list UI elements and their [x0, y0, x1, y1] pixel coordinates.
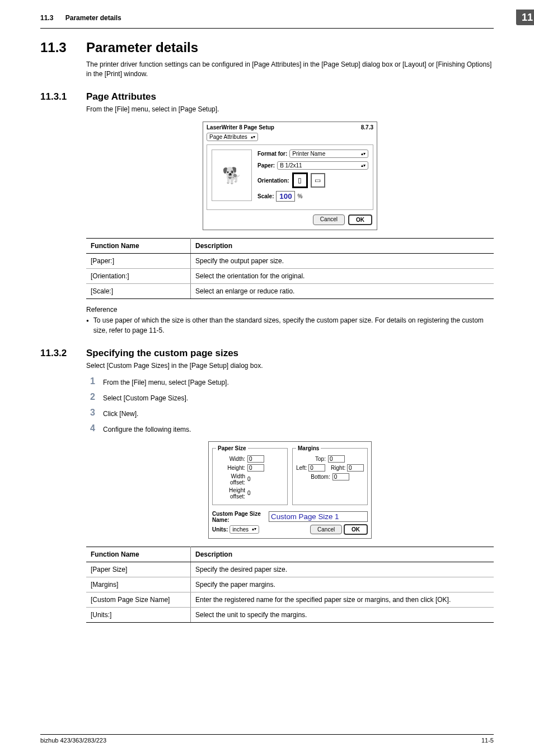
paper-value: B 1/2x11: [280, 162, 358, 169]
page-attributes-dropdown-label: Page Attributes: [209, 134, 247, 140]
format-for-value: Printer Name: [292, 151, 358, 157]
orientation-landscape-button[interactable]: ▭: [311, 173, 325, 188]
page-attributes-table: Function Name Description [Paper:]Specif…: [86, 238, 494, 299]
heightoff-value: 0: [247, 490, 251, 496]
width-label: Width:: [216, 456, 245, 462]
subsection-2-lead: Select [Custom Page Sizes] in the [Page …: [86, 361, 494, 371]
subsection-2-title: Specifying the custom page sizes: [86, 348, 238, 359]
footer-left: bizhub 423/363/283/223: [40, 737, 106, 744]
section-intro: The printer driver function settings can…: [86, 60, 494, 79]
subsection-1-title: Page Attributes: [86, 91, 156, 102]
table-cell: Select the unit to specify the margins.: [191, 607, 494, 622]
page-setup-dialog: LaserWriter 8 Page Setup 8.7.3 Page Attr…: [203, 122, 377, 230]
format-for-label: Format for:: [257, 151, 287, 157]
subsection-2-heading: 11.3.2 Specifying the custom page sizes: [40, 348, 494, 359]
portrait-icon: ▯: [298, 176, 302, 184]
paper-label: Paper:: [257, 162, 275, 169]
subsection-1-lead: From the [File] menu, select in [Page Se…: [86, 105, 494, 114]
right-input[interactable]: [347, 464, 364, 472]
table-header-function: Function Name: [86, 239, 191, 254]
dialog-title: LaserWriter 8 Page Setup: [207, 124, 274, 130]
table-cell: Enter the registered name for the specif…: [191, 592, 494, 607]
chevron-updown-icon: ▴▾: [361, 152, 366, 156]
table-cell: Select the orientation for the original.: [191, 269, 494, 284]
bottom-label: Bottom:: [311, 474, 330, 480]
orientation-portrait-button[interactable]: ▯: [293, 173, 307, 188]
table-cell: Specify the output paper size.: [191, 254, 494, 269]
custom-name-label: Custom Page Size Name:: [212, 511, 265, 523]
left-input[interactable]: [308, 464, 325, 472]
table-cell: Specify the paper margins.: [191, 577, 494, 592]
section-number: 11.3: [40, 40, 86, 55]
scale-suffix: %: [297, 193, 302, 199]
table-row: [Custom Page Size Name]Enter the registe…: [86, 592, 494, 607]
table-cell: [Custom Page Size Name]: [86, 592, 191, 607]
subsection-2-number: 11.3.2: [40, 348, 86, 359]
reference-label: Reference: [86, 306, 494, 314]
bottom-input[interactable]: [332, 473, 349, 480]
chevron-updown-icon: ▴▾: [361, 164, 366, 168]
table-cell: Specify the desired paper size.: [191, 562, 494, 577]
widthoff-value: 0: [247, 476, 251, 482]
table-cell: [Paper Size]: [86, 562, 191, 577]
cancel-button[interactable]: Cancel: [313, 214, 345, 225]
table-cell: Select an enlarge or reduce ratio.: [191, 284, 494, 299]
table-row: [Margins]Specify the paper margins.: [86, 577, 494, 592]
chevron-updown-icon: ▴▾: [251, 135, 255, 139]
table-row: [Paper:]Specify the output paper size.: [86, 254, 494, 269]
units-value: inches: [232, 526, 249, 533]
page-footer: bizhub 423/363/283/223 11-5: [40, 734, 494, 744]
step-number: 2: [86, 392, 95, 402]
header-section-name: Parameter details: [65, 14, 121, 22]
page-preview: 🐕: [212, 150, 252, 201]
scale-input[interactable]: [276, 191, 295, 202]
widthoff-label: Width offset:: [216, 473, 245, 486]
subsection-1-number: 11.3.1: [40, 91, 86, 102]
table-cell: [Scale:]: [86, 284, 191, 299]
step-text: From the [File] menu, select [Page Setup…: [103, 376, 229, 386]
page-attributes-dropdown[interactable]: Page Attributes ▴▾: [207, 133, 258, 141]
table-row: [Units:]Select the unit to specify the m…: [86, 607, 494, 622]
table-row: [Scale:]Select an enlarge or reduce rati…: [86, 284, 494, 299]
custom-page-size-table: Function Name Description [Paper Size]Sp…: [86, 547, 494, 623]
header-section-no: 11.3: [40, 14, 53, 22]
units-dropdown[interactable]: inches ▴▾: [229, 525, 259, 534]
paper-dropdown[interactable]: B 1/2x11 ▴▾: [277, 161, 368, 170]
table-cell: [Units:]: [86, 607, 191, 622]
margins-legend: Margins: [296, 445, 321, 451]
dog-icon: 🐕: [222, 166, 242, 185]
step-number: 3: [86, 408, 95, 418]
table-row: [Orientation:]Select the orientation for…: [86, 269, 494, 284]
table-row: [Paper Size]Specify the desired paper si…: [86, 562, 494, 577]
custom-name-input[interactable]: [269, 511, 368, 522]
width-input[interactable]: [247, 455, 264, 463]
dialog-version: 8.7.3: [361, 124, 373, 130]
step-text: Configure the following items.: [103, 423, 191, 433]
reference-item: To use paper of which the size is other …: [93, 316, 494, 335]
format-for-dropdown[interactable]: Printer Name ▴▾: [289, 150, 368, 158]
table-header-function: Function Name: [86, 547, 191, 562]
table-header-description: Description: [191, 547, 494, 562]
top-label: Top:: [315, 456, 326, 462]
custom-page-size-dialog: Paper Size Width: Height: Width offset:0…: [208, 441, 372, 539]
left-label: Left:: [296, 465, 307, 471]
height-input[interactable]: [247, 464, 264, 472]
top-input[interactable]: [328, 455, 345, 463]
scale-label: Scale:: [257, 193, 274, 199]
ok-button[interactable]: OK: [344, 524, 368, 535]
section-heading: 11.3 Parameter details: [40, 40, 494, 55]
right-label: Right:: [331, 465, 345, 471]
units-label: Units:: [212, 526, 228, 533]
papersize-legend: Paper Size: [216, 445, 248, 451]
subsection-1-heading: 11.3.1 Page Attributes: [40, 91, 494, 102]
chapter-badge: 11: [516, 10, 534, 25]
cancel-button[interactable]: Cancel: [310, 525, 342, 534]
step-text: Click [New].: [103, 408, 138, 418]
table-cell: [Orientation:]: [86, 269, 191, 284]
footer-right: 11-5: [481, 737, 494, 744]
section-title: Parameter details: [86, 40, 198, 55]
orientation-label: Orientation:: [257, 178, 289, 184]
ok-button[interactable]: OK: [348, 214, 372, 225]
heightoff-label: Height offset:: [216, 487, 245, 500]
table-cell: [Paper:]: [86, 254, 191, 269]
